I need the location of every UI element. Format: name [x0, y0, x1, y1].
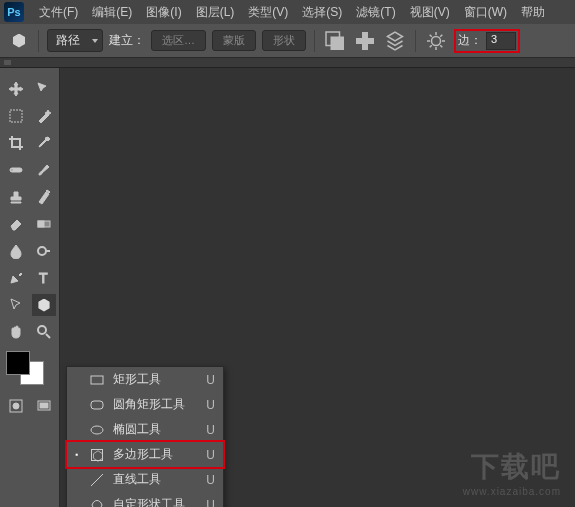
menubar: Ps 文件(F) 编辑(E) 图像(I) 图层(L) 类型(V) 选择(S) 滤…: [0, 0, 575, 24]
flyout-ellipse-tool[interactable]: 椭圆工具 U: [67, 417, 223, 442]
svg-rect-17: [91, 376, 103, 384]
options-bar: 路径 建立： 选区… 蒙版 形状 边： 3: [0, 24, 575, 58]
menu-type[interactable]: 类型(V): [241, 4, 295, 21]
menu-layer[interactable]: 图层(L): [189, 4, 242, 21]
path-selection-tool[interactable]: [4, 294, 28, 316]
svg-point-10: [38, 247, 46, 255]
flyout-item-label: 多边形工具: [113, 446, 198, 463]
stamp-tool[interactable]: [4, 186, 28, 208]
shape-tool[interactable]: [32, 294, 56, 316]
eyedropper-tool[interactable]: [32, 132, 56, 154]
zoom-tool[interactable]: [32, 321, 56, 343]
path-operations-icon[interactable]: [323, 30, 347, 52]
svg-point-12: [38, 326, 46, 334]
flyout-line-tool[interactable]: 直线工具 U: [67, 467, 223, 492]
menu-file[interactable]: 文件(F): [32, 4, 85, 21]
path-alignment-icon[interactable]: [353, 30, 377, 52]
svg-point-14: [13, 403, 19, 409]
svg-rect-5: [10, 110, 22, 122]
tab-well: [0, 58, 575, 68]
svg-rect-16: [40, 403, 48, 408]
ellipse-icon: [89, 422, 105, 438]
history-brush-tool[interactable]: [32, 186, 56, 208]
flyout-item-label: 自定形状工具: [113, 496, 198, 507]
type-tool[interactable]: T: [32, 267, 56, 289]
gear-icon[interactable]: [424, 30, 448, 52]
menu-edit[interactable]: 编辑(E): [85, 4, 139, 21]
divider: [314, 30, 315, 52]
pen-tool[interactable]: [4, 267, 28, 289]
svg-point-7: [11, 169, 13, 171]
flyout-item-shortcut: U: [206, 398, 215, 412]
quick-mask-tool[interactable]: [4, 395, 28, 417]
svg-point-19: [91, 426, 103, 434]
flyout-item-label: 圆角矩形工具: [113, 396, 198, 413]
flyout-polygon-tool[interactable]: ▪ 多边形工具 U: [65, 440, 225, 469]
polygon-icon: [89, 447, 105, 463]
shape-tool-flyout: 矩形工具 U 圆角矩形工具 U 椭圆工具 U ▪ 多边形工具 U 直线工具 U: [66, 366, 224, 507]
svg-rect-9: [38, 221, 44, 227]
svg-rect-1: [331, 36, 345, 50]
polygon-icon: [8, 30, 30, 52]
flyout-item-label: 直线工具: [113, 471, 198, 488]
move-tool[interactable]: [4, 78, 28, 100]
svg-text:T: T: [39, 270, 48, 286]
flyout-item-shortcut: U: [206, 448, 215, 462]
divider: [38, 30, 39, 52]
flyout-rectangle-tool[interactable]: 矩形工具 U: [67, 367, 223, 392]
magic-wand-tool[interactable]: [32, 105, 56, 127]
svg-point-4: [432, 36, 441, 45]
sides-label: 边：: [458, 32, 482, 49]
color-swatches[interactable]: [6, 351, 46, 387]
rounded-rectangle-icon: [89, 397, 105, 413]
brush-tool[interactable]: [32, 159, 56, 181]
watermark-url: www.xiazaiba.com: [463, 486, 561, 497]
rectangle-icon: [89, 372, 105, 388]
mode-dropdown[interactable]: 路径: [47, 29, 103, 52]
app-logo: Ps: [4, 2, 24, 22]
svg-rect-18: [91, 401, 103, 409]
watermark: 下载吧 www.xiazaiba.com: [463, 448, 561, 497]
artboard-tool[interactable]: [32, 78, 56, 100]
custom-shape-icon: [89, 497, 105, 508]
menu-image[interactable]: 图像(I): [139, 4, 188, 21]
watermark-text: 下载吧: [463, 448, 561, 486]
svg-marker-20: [94, 450, 103, 461]
marquee-tool[interactable]: [4, 105, 28, 127]
screen-mode-tool[interactable]: [32, 395, 56, 417]
make-shape-button[interactable]: 形状: [262, 30, 306, 51]
menu-help[interactable]: 帮助: [514, 4, 552, 21]
hand-tool[interactable]: [4, 321, 28, 343]
eraser-tool[interactable]: [4, 213, 28, 235]
gradient-tool[interactable]: [32, 213, 56, 235]
foreground-color[interactable]: [6, 351, 30, 375]
line-icon: [89, 472, 105, 488]
menu-select[interactable]: 选择(S): [295, 4, 349, 21]
sides-field-highlight: 边： 3: [454, 29, 520, 53]
menu-view[interactable]: 视图(V): [403, 4, 457, 21]
flyout-item-label: 椭圆工具: [113, 421, 198, 438]
flyout-item-shortcut: U: [206, 423, 215, 437]
divider: [415, 30, 416, 52]
flyout-item-label: 矩形工具: [113, 371, 198, 388]
workspace: T 矩形工具 U: [0, 68, 575, 507]
flyout-item-shortcut: U: [206, 373, 215, 387]
make-selection-button[interactable]: 选区…: [151, 30, 206, 51]
make-mask-button[interactable]: 蒙版: [212, 30, 256, 51]
check-icon: ▪: [73, 450, 81, 459]
build-label: 建立：: [109, 32, 145, 49]
tools-panel: T: [0, 68, 60, 507]
dodge-tool[interactable]: [32, 240, 56, 262]
flyout-item-shortcut: U: [206, 498, 215, 508]
flyout-item-shortcut: U: [206, 473, 215, 487]
sides-input[interactable]: 3: [486, 32, 516, 50]
flyout-rounded-rectangle-tool[interactable]: 圆角矩形工具 U: [67, 392, 223, 417]
menu-window[interactable]: 窗口(W): [457, 4, 514, 21]
blur-tool[interactable]: [4, 240, 28, 262]
menu-filter[interactable]: 滤镜(T): [349, 4, 402, 21]
crop-tool[interactable]: [4, 132, 28, 154]
flyout-custom-shape-tool[interactable]: 自定形状工具 U: [67, 492, 223, 507]
svg-rect-3: [362, 32, 368, 50]
path-arrangement-icon[interactable]: [383, 30, 407, 52]
healing-brush-tool[interactable]: [4, 159, 28, 181]
